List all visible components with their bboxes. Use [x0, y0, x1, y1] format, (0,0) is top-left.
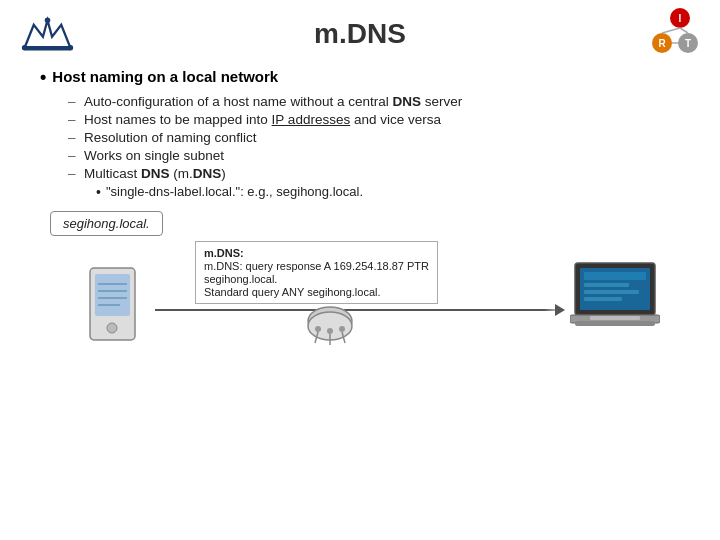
sub-item-text-5: Multicast DNS (m.DNS)	[84, 166, 226, 181]
svg-rect-33	[584, 290, 639, 294]
network-hub	[300, 301, 360, 356]
svg-text:R: R	[658, 38, 666, 49]
svg-line-11	[662, 28, 680, 33]
sub-item-text-2: Host names to be mapped into IP addresse…	[84, 112, 441, 127]
main-bullet-label: Host naming on a local network	[52, 68, 278, 85]
svg-rect-34	[584, 297, 622, 301]
mdns-box-title: m.DNS:	[204, 247, 429, 259]
main-content: • Host naming on a local network – Auto-…	[0, 58, 720, 201]
dash-icon: –	[68, 148, 78, 163]
sub-sub-list: • "single-dns-label.local.": e.g., segih…	[96, 184, 680, 201]
mdns-box-line-1: m.DNS: query response A 169.254.18.87 PT…	[204, 260, 429, 272]
svg-text:I: I	[679, 13, 682, 24]
list-item: • "single-dns-label.local.": e.g., segih…	[96, 184, 680, 201]
dash-icon: –	[68, 94, 78, 109]
list-item: – Auto-configuration of a host name with…	[68, 94, 680, 109]
svg-rect-32	[584, 283, 629, 287]
list-item: – Host names to be mapped into IP addres…	[68, 112, 680, 127]
diagram-area: segihong.local. m.DNS: m.DNS: query resp…	[40, 211, 720, 371]
svg-rect-15	[95, 274, 130, 316]
svg-point-24	[327, 328, 333, 334]
mdns-box-line-2: segihong.local.	[204, 273, 429, 285]
svg-text:T: T	[685, 38, 691, 49]
svg-rect-37	[575, 321, 655, 326]
mdns-info-box: m.DNS: m.DNS: query response A 169.254.1…	[195, 241, 438, 304]
pda-device	[85, 266, 150, 346]
dash-icon: –	[68, 130, 78, 145]
laptop-device	[570, 261, 660, 336]
svg-rect-36	[590, 316, 640, 320]
mdns-box-line-3: Standard query ANY segihong.local.	[204, 286, 429, 298]
sub-item-text-4: Works on single subnet	[84, 148, 224, 163]
callout-box: segihong.local.	[50, 211, 163, 236]
svg-point-23	[315, 326, 321, 332]
sub-list: – Auto-configuration of a host name with…	[68, 94, 680, 201]
svg-point-20	[107, 323, 117, 333]
list-item: – Multicast DNS (m.DNS)	[68, 166, 680, 181]
sub-sub-text-1: "single-dns-label.local.": e.g., segihon…	[106, 184, 363, 199]
svg-rect-31	[584, 272, 646, 280]
page-title: m.DNS	[314, 18, 406, 50]
network-diagram: I R T	[620, 8, 700, 63]
sub-item-text-1: Auto-configuration of a host name withou…	[84, 94, 462, 109]
bullet-dot: •	[40, 68, 46, 88]
svg-line-12	[680, 28, 688, 33]
main-bullet: • Host naming on a local network	[40, 68, 680, 88]
sub-item-text-3: Resolution of naming conflict	[84, 130, 257, 145]
list-item: – Resolution of naming conflict	[68, 130, 680, 145]
list-item: – Works on single subnet	[68, 148, 680, 163]
callout-text: segihong.local.	[63, 216, 150, 231]
header: m.DNS	[0, 0, 720, 58]
dash-icon: –	[68, 112, 78, 127]
dash-icon: –	[68, 166, 78, 181]
arrow-line	[155, 309, 565, 311]
bullet-dot: •	[96, 184, 101, 201]
svg-point-25	[339, 326, 345, 332]
